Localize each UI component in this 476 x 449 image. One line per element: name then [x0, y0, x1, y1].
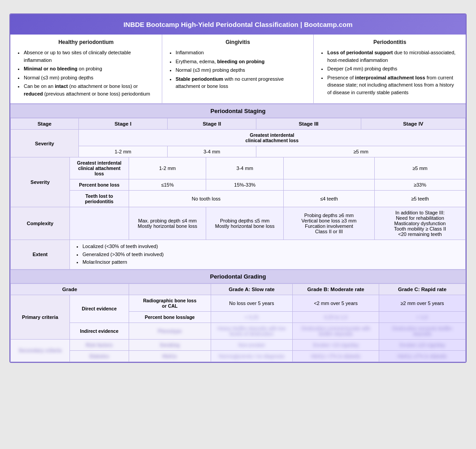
periodontitis-col: Periodontitis Loss of periodontal suppor… — [314, 35, 466, 103]
periodontitis-header: Periodontitis — [320, 39, 459, 45]
percent-bone-age-label: Percent bone loss/age — [129, 311, 211, 323]
less-2mm: <2 mm over 5 years — [293, 295, 379, 311]
grading-table: Grade Grade A: Slow rate Grade B: Modera… — [10, 283, 466, 362]
periodontitis-list: Loss of periodontal support due to micro… — [320, 49, 459, 96]
grading-header: Periodontal Grading — [10, 270, 466, 283]
cal-iv: ≥5 mm — [374, 157, 465, 179]
extent-content: Localized (<30% of teeth involved) Gener… — [69, 240, 465, 270]
healthy-item-4: Can be on an intact (no attachment or bo… — [24, 83, 156, 97]
bone-i: ≤15% — [129, 179, 206, 191]
grade-a-header — [129, 283, 211, 295]
cal-ii: 3-4 mm — [206, 157, 284, 179]
extent-item-2: Generalized (>30% of teeth involved) — [82, 251, 462, 259]
risk-factors-label: Risk factors — [69, 339, 129, 350]
percent-a: < 0.25 — [211, 311, 293, 323]
grade-c-label: Grade C: Rapid rate — [379, 283, 466, 295]
grade-a-label: Grade A: Slow rate — [211, 283, 293, 295]
complexity-blank — [69, 207, 129, 240]
stage-iv-header: Stage IV — [361, 118, 465, 130]
gingivitis-col: Gingivitis Inflammation Erythema, edema,… — [162, 35, 314, 103]
stage-iii-header: Stage III — [256, 118, 361, 130]
extent-item-1: Localized (<30% of teeth involved) — [82, 243, 462, 251]
indirect-c: Destruction exceeds biofilm deposits — [379, 323, 466, 339]
teeth-iii: ≤4 teeth — [283, 191, 374, 207]
stage-col-header: Stage — [11, 118, 79, 130]
staging-table: Stage Stage I Stage II Stage III Stage I… — [10, 118, 466, 157]
bone-ii: 15%-33% — [206, 179, 284, 191]
extent-row-label: Extent — [11, 240, 70, 270]
stage-ii-header: Stage II — [167, 118, 256, 130]
cal-stage-iii-iv: ≥5 mm — [256, 146, 466, 157]
main-title: INBDE Bootcamp High-Yield Periodontal Cl… — [10, 14, 466, 35]
diabetes-a: Normoglycemic / no diagnosis — [211, 350, 293, 362]
teeth-i-ii: No tooth loss — [129, 191, 283, 207]
smoking-c: Smoker ≥10 cigs/day — [379, 339, 466, 350]
gingivitis-item-3: Normal (≤3 mm) probing depths — [176, 66, 307, 74]
complexity-iv: In addition to Stage III:Need for rehabi… — [374, 207, 465, 240]
gingivitis-item-1: Inflammation — [176, 49, 307, 57]
healthy-col: Healthy periodontium Absence or up to tw… — [10, 35, 162, 103]
gingivitis-header: Gingivitis — [169, 39, 307, 45]
healthy-item-2: Minimal or no bleeding on probing — [24, 65, 156, 73]
primary-criteria-label: Primary criteria — [11, 295, 70, 339]
diabetes-b: HbA1c <7% in diabetic — [293, 350, 379, 362]
periodontitis-item-2: Deeper (≥4 mm) probing depths — [327, 65, 459, 73]
gingivitis-item-4: Stable periodontium with no current prog… — [176, 75, 307, 90]
indirect-sub: Phenotype — [129, 323, 211, 339]
gingivitis-item-2: Erythema, edema, bleeding on probing — [176, 58, 307, 65]
gingivitis-list: Inflammation Erythema, edema, bleeding o… — [169, 49, 307, 90]
indirect-evidence-label: Indirect evidence — [69, 323, 129, 339]
healthy-list: Absence or up to two sites of clinically… — [17, 49, 156, 97]
severity-row-label: Severity — [11, 157, 70, 207]
extent-item-3: Molar/incisor pattern — [82, 258, 462, 266]
teeth-iv: ≥5 teeth — [374, 191, 465, 207]
cal-i: 1-2 mm — [129, 157, 206, 179]
greatest-cal-label: Greatest interdentalclinical attachment … — [78, 130, 465, 146]
grade-b-label: Grade B: Moderate rate — [293, 283, 379, 295]
indirect-b: Destruction commensurate with biofilm de… — [293, 323, 379, 339]
top-section: Healthy periodontium Absence or up to tw… — [10, 35, 466, 104]
complexity-i: Max. probing depth ≤4 mmMostly horizonta… — [129, 207, 206, 240]
severity-label: Severity — [11, 130, 79, 157]
staging-header: Periodontal Staging — [10, 104, 466, 118]
over-2mm: ≥2 mm over 5 years — [379, 295, 466, 311]
main-container: INBDE Bootcamp High-Yield Periodontal Cl… — [9, 13, 467, 363]
indirect-a: Heavy biofilm deposits with low levels o… — [211, 323, 293, 339]
cal-stage-i: 1-2 mm — [78, 146, 167, 157]
bone-iii — [283, 179, 374, 191]
cal-subheader: Greatest interdentalclinical attachment … — [69, 157, 129, 179]
complexity-iii: Probing depths ≥6 mmVertical bone loss ≥… — [283, 207, 374, 240]
smoking-label: Smoking — [129, 339, 211, 350]
teeth-lost-subheader: Teeth lost to periodontitis — [69, 191, 129, 207]
bone-loss-subheader: Percent bone loss — [69, 179, 129, 191]
cal-stage-ii: 3-4 mm — [167, 146, 256, 157]
smoking-b: Smoker <10 cigs/day — [293, 339, 379, 350]
complexity-ii: Probing depths ≤5 mmMostly horizontal bo… — [206, 207, 284, 240]
bone-iv: ≥33% — [374, 179, 465, 191]
staging-table-full: Severity Greatest interdentalclinical at… — [10, 157, 466, 270]
healthy-header: Healthy periodontium — [17, 39, 156, 45]
healthy-item-1: Absence or up to two sites of clinically… — [24, 49, 156, 64]
healthy-item-3: Normal (≤3 mm) probing depths — [24, 74, 156, 82]
no-loss: No loss over 5 years — [211, 295, 293, 311]
periodontitis-item-1: Loss of periodontal support due to micro… — [327, 49, 459, 64]
secondary-criteria-label: Secondary criteria — [11, 339, 70, 362]
diabetes-label: Diabetes — [69, 350, 129, 362]
smoking-a: Non-smoker — [211, 339, 293, 350]
direct-evidence-label: Direct evidence — [69, 295, 129, 323]
hba1c-label: HbA1c — [129, 350, 211, 362]
percent-b: 0.25 to 1.0 — [293, 311, 379, 323]
diabetes-c: HbA1c ≥7% in diabetic — [379, 350, 466, 362]
stage-i-header: Stage I — [78, 118, 167, 130]
complexity-row-label: Complexity — [11, 207, 70, 240]
periodontitis-item-3: Presence of interproximal attachment los… — [327, 74, 459, 96]
grade-col-header: Grade — [11, 283, 129, 295]
radiographic-label: Radiographic bone lossor CAL — [129, 295, 211, 311]
cal-iii — [283, 157, 374, 179]
percent-c: > 1.0 — [379, 311, 466, 323]
